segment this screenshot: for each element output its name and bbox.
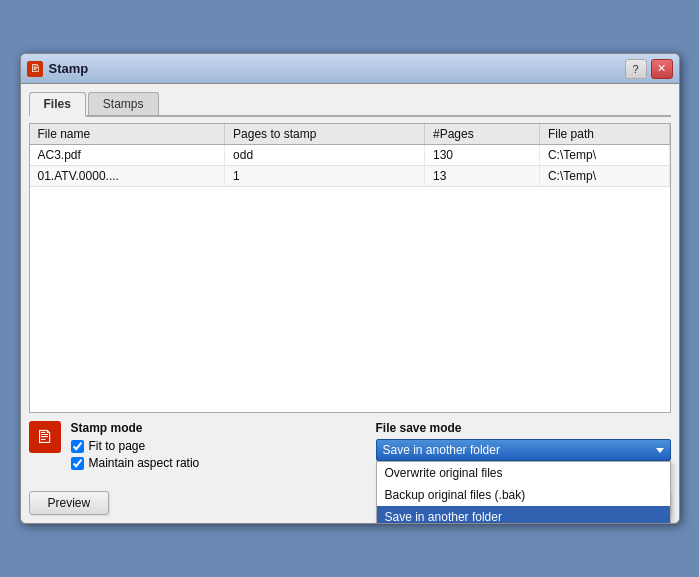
tabs-container: Files Stamps: [29, 92, 671, 117]
file-save-label: File save mode: [376, 421, 671, 435]
preview-button[interactable]: Preview: [29, 491, 110, 515]
files-table: File name Pages to stamp #Pages File pat…: [30, 124, 670, 187]
table-row[interactable]: 01.ATV.0000.... 1 13 C:\Temp\: [30, 166, 670, 187]
file-save-dropdown[interactable]: Save in another folder Overwrite origina…: [376, 439, 671, 461]
col-pages-to-stamp: Pages to stamp: [225, 124, 425, 145]
window-title: Stamp: [49, 61, 89, 76]
fit-to-page-checkbox[interactable]: [71, 440, 84, 453]
maintain-aspect-label: Maintain aspect ratio: [89, 456, 200, 470]
dropdown-selected-text: Save in another folder: [383, 443, 500, 457]
fit-to-page-label: Fit to page: [89, 439, 146, 453]
main-window: 🖹 Stamp ? ✕ Files Stamps File name Pages…: [20, 53, 680, 524]
col-filename: File name: [30, 124, 225, 145]
maintain-aspect-checkbox[interactable]: [71, 457, 84, 470]
stamp-mode-label: Stamp mode: [71, 421, 366, 435]
cell-pages-to-stamp: 1: [225, 166, 425, 187]
maintain-aspect-row: Maintain aspect ratio: [71, 456, 366, 470]
cell-file-path: C:\Temp\: [539, 166, 669, 187]
table-row[interactable]: AC3.pdf odd 130 C:\Temp\: [30, 145, 670, 166]
title-controls: ? ✕: [625, 59, 673, 79]
close-button[interactable]: ✕: [651, 59, 673, 79]
title-bar-left: 🖹 Stamp: [27, 61, 89, 77]
window-icon: 🖹: [27, 61, 43, 77]
dropdown-item[interactable]: Backup original files (.bak): [377, 484, 670, 506]
col-num-pages: #Pages: [425, 124, 540, 145]
file-save-section: File save mode Save in another folder Ov…: [376, 421, 671, 461]
title-bar: 🖹 Stamp ? ✕: [21, 54, 679, 84]
cell-pages-to-stamp: odd: [225, 145, 425, 166]
col-file-path: File path: [539, 124, 669, 145]
tab-files[interactable]: Files: [29, 92, 86, 117]
cell-filename: 01.ATV.0000....: [30, 166, 225, 187]
dropdown-selected[interactable]: Save in another folder: [376, 439, 671, 461]
files-table-container: File name Pages to stamp #Pages File pat…: [29, 123, 671, 413]
stamp-mode-section: Stamp mode Fit to page Maintain aspect r…: [71, 421, 366, 473]
dropdown-arrow-icon: [656, 448, 664, 453]
help-button[interactable]: ?: [625, 59, 647, 79]
tab-stamps[interactable]: Stamps: [88, 92, 159, 115]
cell-file-path: C:\Temp\: [539, 145, 669, 166]
stamp-icon: 🖹: [29, 421, 61, 453]
dropdown-item[interactable]: Save in another folder: [377, 506, 670, 524]
cell-filename: AC3.pdf: [30, 145, 225, 166]
window-body: Files Stamps File name Pages to stamp #P…: [21, 84, 679, 523]
cell-num-pages: 130: [425, 145, 540, 166]
cell-num-pages: 13: [425, 166, 540, 187]
dropdown-list: Overwrite original filesBackup original …: [376, 461, 671, 524]
dropdown-item[interactable]: Overwrite original files: [377, 462, 670, 484]
bottom-section: 🖹 Stamp mode Fit to page Maintain aspect…: [29, 421, 671, 473]
fit-to-page-row: Fit to page: [71, 439, 366, 453]
